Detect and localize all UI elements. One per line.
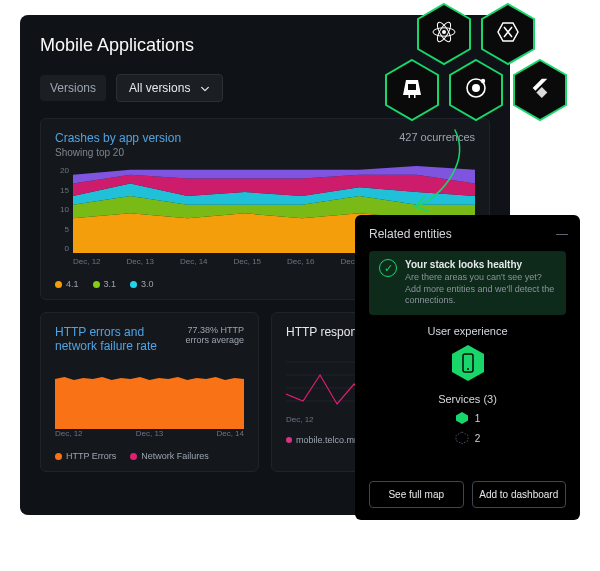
legend-item: 4.1 [55,279,79,289]
http-errors-chart[interactable]: Dec, 12 Dec, 13 Dec, 14 [55,363,244,443]
legend-item: HTTP Errors [55,451,116,461]
health-title: Your stack looks healthy [405,259,556,270]
versions-dropdown-value: All versions [129,81,190,95]
svg-point-7 [467,368,469,370]
legend-item: Network Failures [130,451,209,461]
xamarin-icon [496,20,520,44]
svg-point-20 [472,84,480,92]
source-dot-icon [286,437,292,443]
service-item[interactable]: 2 [455,431,481,445]
http-errors-chart-svg [55,363,244,429]
hex-outline-icon [455,431,469,445]
svg-marker-5 [452,345,484,381]
versions-dropdown[interactable]: All versions [116,74,223,102]
http-legend: HTTP Errors Network Failures [55,451,244,461]
tech-icon-cordova [382,58,442,118]
add-to-dashboard-button[interactable]: Add to dashboard [472,481,567,508]
health-body: Are there areas you can't see yet? Add m… [405,272,556,307]
tech-icon-xamarin [478,2,538,62]
svg-rect-17 [409,95,411,98]
chevron-down-icon [200,83,210,93]
see-full-map-button[interactable]: See full map [369,481,464,508]
svg-rect-16 [408,84,416,90]
services-label: Services (3) [369,393,566,405]
service-item[interactable]: 1 [455,411,481,425]
flutter-icon [529,77,551,99]
tech-icon-react [414,2,474,62]
tech-icons-cluster [374,0,594,140]
related-entities-panel: Related entities — ✓ Your stack looks he… [355,215,580,520]
ux-hex-icon[interactable] [448,343,488,383]
cordova-icon [400,76,424,100]
svg-marker-8 [456,412,468,424]
hex-filled-icon [455,411,469,425]
svg-point-21 [481,79,485,83]
crashes-card-title[interactable]: Crashes by app version [55,131,181,145]
health-banner: ✓ Your stack looks healthy Are there are… [369,251,566,315]
arrow-icon [400,125,480,223]
tech-icon-ionic [446,58,506,118]
crashes-y-ticks: 20 15 10 5 0 [51,166,69,253]
svg-rect-18 [414,95,416,98]
crashes-card-subtitle: Showing top 20 [55,147,181,158]
http-errors-title[interactable]: HTTP errors and network failure rate [55,325,165,353]
http-errors-card: HTTP errors and network failure rate 77.… [40,312,259,472]
react-icon [431,19,457,45]
ionic-icon [464,76,488,100]
related-title: Related entities [369,227,452,241]
svg-point-11 [442,30,446,34]
ux-label: User experience [369,325,566,337]
collapse-icon[interactable]: — [556,227,566,241]
http-x-ticks: Dec, 12 Dec, 13 Dec, 14 [55,429,244,443]
legend-item: 3.1 [93,279,117,289]
filter-label-versions: Versions [40,75,106,101]
tech-icon-flutter [510,58,570,118]
legend-item: 3.0 [130,279,154,289]
http-errors-metric: 77.38% HTTP errors average [173,325,244,345]
svg-marker-9 [456,432,468,444]
check-circle-icon: ✓ [379,259,397,277]
